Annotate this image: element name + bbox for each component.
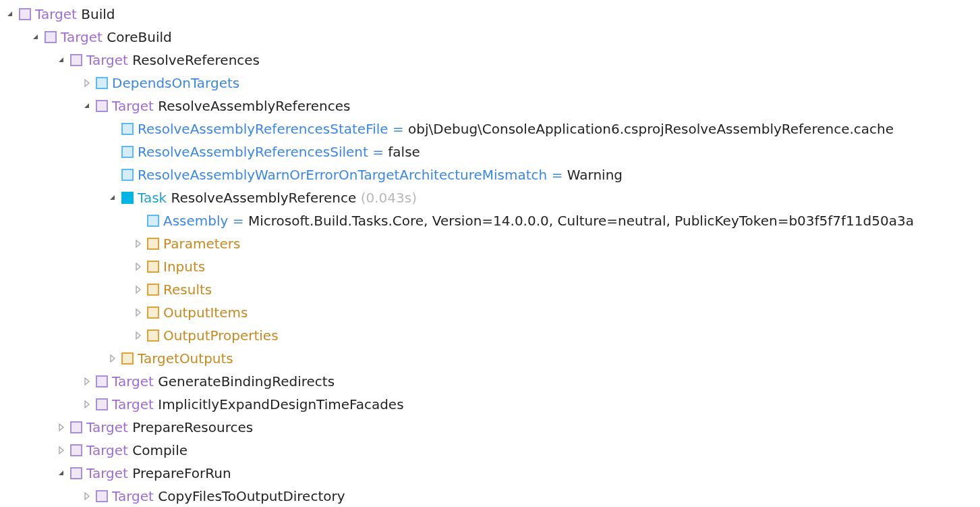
- tree-node[interactable]: Task ResolveAssemblyReference (0.043s): [5, 186, 975, 209]
- tree-node-label: ResolveAssemblyReferencesStateFile = obj…: [138, 117, 894, 140]
- expander-closed-icon[interactable]: [82, 400, 92, 409]
- tree-node[interactable]: Target CoreBuild: [5, 26, 975, 49]
- expander-closed-icon[interactable]: [82, 491, 92, 501]
- tree-node-label: ResolveAssemblyReferencesSilent = false: [138, 140, 420, 163]
- property-icon: [121, 169, 134, 181]
- folder-icon: [121, 352, 134, 365]
- tree-node-label: ResolveAssemblyWarnOrErrorOnTargetArchit…: [138, 163, 623, 186]
- msbuild-log-tree: Target BuildTarget CoreBuildTarget Resol…: [5, 3, 975, 507]
- expander-open-icon[interactable]: [57, 55, 66, 65]
- tree-node[interactable]: Target Build: [5, 3, 975, 26]
- property-icon: [121, 146, 134, 158]
- target-icon: [70, 54, 82, 66]
- tree-node[interactable]: ResolveAssemblyReferencesSilent = false: [5, 140, 975, 163]
- target-icon: [70, 444, 82, 456]
- target-icon: [96, 490, 108, 502]
- target-icon: [70, 467, 82, 479]
- expander-open-icon[interactable]: [82, 101, 92, 111]
- tree-node[interactable]: Target ImplicitlyExpandDesignTimeFacades: [5, 393, 975, 416]
- tree-node[interactable]: OutputItems: [5, 301, 975, 324]
- expander-closed-icon[interactable]: [57, 446, 66, 455]
- tree-node-label: Task ResolveAssemblyReference (0.043s): [138, 186, 417, 209]
- tree-node-label: TargetOutputs: [138, 347, 233, 370]
- tree-node[interactable]: ResolveAssemblyWarnOrErrorOnTargetArchit…: [5, 163, 975, 186]
- property-icon: [96, 77, 108, 89]
- tree-node-label: Inputs: [163, 255, 205, 278]
- tree-node-label: OutputProperties: [163, 324, 279, 347]
- tree-node-label: Assembly = Microsoft.Build.Tasks.Core, V…: [163, 209, 914, 232]
- tree-node[interactable]: Assembly = Microsoft.Build.Tasks.Core, V…: [5, 209, 975, 232]
- tree-node[interactable]: Results: [5, 278, 975, 301]
- folder-icon: [147, 238, 159, 250]
- tree-node-label: Target Compile: [86, 439, 188, 462]
- tree-node[interactable]: Target Compile: [5, 439, 975, 462]
- tree-node-label: OutputItems: [163, 301, 248, 324]
- tree-node[interactable]: OutputProperties: [5, 324, 975, 347]
- expander-spacer: [108, 147, 117, 157]
- tree-node[interactable]: Target ResolveReferences: [5, 49, 975, 72]
- target-icon: [96, 398, 108, 410]
- tree-node-label: Target PrepareForRun: [86, 462, 231, 485]
- expander-closed-icon[interactable]: [134, 285, 143, 294]
- tree-node[interactable]: DependsOnTargets: [5, 72, 975, 95]
- expander-open-icon[interactable]: [31, 32, 40, 42]
- tree-node[interactable]: Target CopyFilesToOutputDirectory: [5, 485, 975, 507]
- expander-open-icon[interactable]: [108, 193, 117, 203]
- tree-node[interactable]: TargetOutputs: [5, 347, 975, 370]
- task-icon: [121, 192, 134, 204]
- expander-closed-icon[interactable]: [134, 308, 143, 317]
- tree-node-label: Target PrepareResources: [86, 416, 253, 439]
- folder-icon: [147, 306, 159, 319]
- expander-open-icon[interactable]: [57, 469, 66, 478]
- tree-node[interactable]: ResolveAssemblyReferencesStateFile = obj…: [5, 117, 975, 140]
- expander-closed-icon[interactable]: [134, 331, 143, 340]
- tree-node[interactable]: Parameters: [5, 232, 975, 255]
- tree-node-label: Target ResolveReferences: [86, 49, 260, 72]
- expander-open-icon[interactable]: [5, 9, 15, 19]
- folder-icon: [147, 329, 159, 342]
- tree-node[interactable]: Target PrepareForRun: [5, 462, 975, 485]
- expander-closed-icon[interactable]: [57, 423, 66, 432]
- expander-closed-icon[interactable]: [108, 354, 117, 363]
- tree-node-label: DependsOnTargets: [112, 72, 239, 95]
- expander-closed-icon[interactable]: [134, 262, 143, 271]
- tree-node-label: Parameters: [163, 232, 240, 255]
- folder-icon: [147, 261, 159, 273]
- expander-spacer: [108, 170, 117, 180]
- expander-closed-icon[interactable]: [82, 377, 92, 386]
- folder-icon: [147, 284, 159, 296]
- tree-node[interactable]: Target PrepareResources: [5, 416, 975, 439]
- tree-node[interactable]: Inputs: [5, 255, 975, 278]
- tree-node-label: Target ImplicitlyExpandDesignTimeFacades: [112, 393, 404, 416]
- tree-node[interactable]: Target ResolveAssemblyReferences: [5, 95, 975, 117]
- expander-spacer: [134, 216, 143, 225]
- property-icon: [147, 215, 159, 227]
- tree-node-label: Results: [163, 278, 212, 301]
- expander-spacer: [108, 124, 117, 134]
- tree-node-label: Target GenerateBindingRedirects: [112, 370, 335, 393]
- target-icon: [45, 31, 57, 43]
- target-icon: [70, 421, 82, 433]
- property-icon: [121, 123, 134, 135]
- tree-node-label: Target CoreBuild: [61, 26, 172, 49]
- expander-closed-icon[interactable]: [134, 239, 143, 248]
- target-icon: [96, 100, 108, 112]
- target-icon: [96, 375, 108, 388]
- target-icon: [19, 8, 31, 20]
- tree-node-label: Target ResolveAssemblyReferences: [112, 95, 350, 117]
- expander-closed-icon[interactable]: [82, 78, 92, 88]
- tree-node-label: Target CopyFilesToOutputDirectory: [112, 485, 345, 507]
- tree-node[interactable]: Target GenerateBindingRedirects: [5, 370, 975, 393]
- tree-node-label: Target Build: [35, 3, 115, 26]
